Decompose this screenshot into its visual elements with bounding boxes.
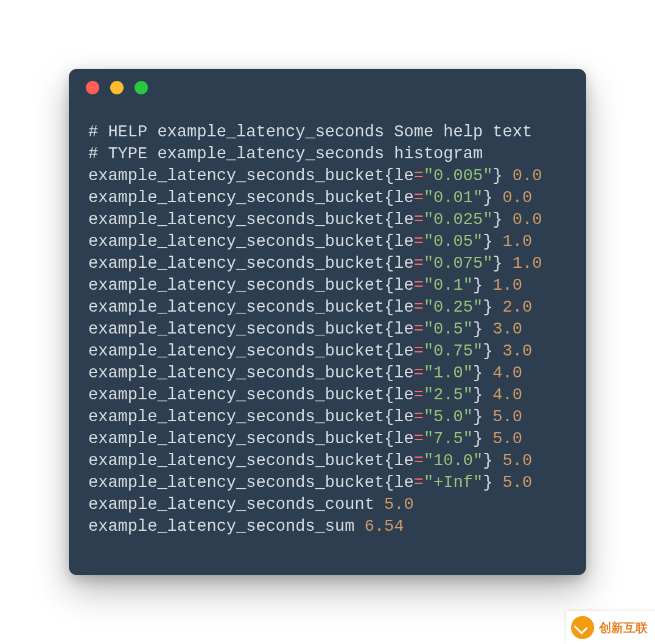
- code-summary-line: example_latency_seconds_count 5.0: [88, 494, 567, 516]
- code-bucket-line: example_latency_seconds_bucket{le="0.01"…: [88, 187, 567, 209]
- watermark-label: 创新互联: [599, 620, 648, 636]
- code-bucket-line: example_latency_seconds_bucket{le="0.025…: [88, 209, 567, 231]
- code-bucket-line: example_latency_seconds_bucket{le="7.5"}…: [88, 428, 567, 450]
- code-window: # HELP example_latency_seconds Some help…: [69, 69, 586, 575]
- code-bucket-line: example_latency_seconds_bucket{le="1.0"}…: [88, 362, 567, 384]
- code-bucket-line: example_latency_seconds_bucket{le="+Inf"…: [88, 472, 567, 494]
- code-block: # HELP example_latency_seconds Some help…: [69, 107, 586, 557]
- code-bucket-line: example_latency_seconds_bucket{le="5.0"}…: [88, 406, 567, 428]
- code-summary-line: example_latency_seconds_sum 6.54: [88, 516, 567, 537]
- code-bucket-line: example_latency_seconds_bucket{le="10.0"…: [88, 450, 567, 472]
- code-bucket-line: example_latency_seconds_bucket{le="0.75"…: [88, 340, 567, 362]
- code-comment-line: # TYPE example_latency_seconds histogram: [88, 143, 567, 165]
- code-bucket-line: example_latency_seconds_bucket{le="0.05"…: [88, 231, 567, 253]
- code-bucket-line: example_latency_seconds_bucket{le="0.075…: [88, 253, 567, 275]
- page-stage: # HELP example_latency_seconds Some help…: [0, 0, 655, 644]
- watermark-logo-icon: [571, 616, 594, 639]
- window-titlebar: [69, 69, 586, 107]
- window-minimize-icon[interactable]: [110, 81, 124, 94]
- code-bucket-line: example_latency_seconds_bucket{le="0.1"}…: [88, 275, 567, 296]
- code-bucket-line: example_latency_seconds_bucket{le="0.5"}…: [88, 318, 567, 340]
- window-close-icon[interactable]: [86, 81, 99, 94]
- watermark-badge: 创新互联: [566, 611, 655, 644]
- code-bucket-line: example_latency_seconds_bucket{le="2.5"}…: [88, 384, 567, 406]
- window-zoom-icon[interactable]: [135, 81, 148, 94]
- code-bucket-line: example_latency_seconds_bucket{le="0.005…: [88, 165, 567, 187]
- code-comment-line: # HELP example_latency_seconds Some help…: [88, 121, 567, 143]
- code-bucket-line: example_latency_seconds_bucket{le="0.25"…: [88, 296, 567, 318]
